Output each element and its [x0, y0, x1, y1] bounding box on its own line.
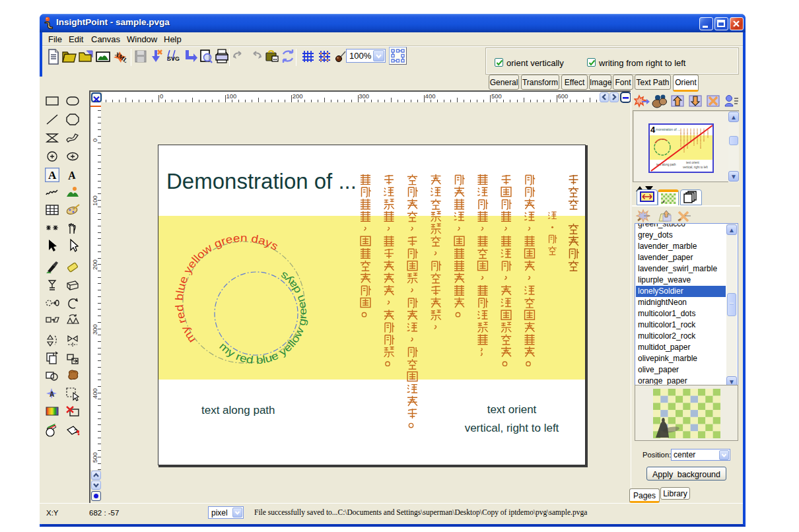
- svg-text:SVG: SVG: [167, 55, 180, 62]
- svg-text:A: A: [50, 391, 54, 398]
- svg-text:my red blue yellow green days: my red blue yellow green days: [173, 232, 281, 345]
- svg-text:my red blue yellow green days: my red blue yellow green days: [217, 270, 308, 366]
- svg-text:text orient: text orient: [686, 161, 700, 164]
- svg-text:monstration of ...: monstration of ...: [656, 127, 680, 131]
- svg-text:4: 4: [650, 125, 656, 135]
- svg-text:A: A: [67, 168, 77, 182]
- svg-text:A: A: [48, 169, 57, 182]
- svg-text:vertical, right to left: vertical, right to left: [683, 166, 709, 169]
